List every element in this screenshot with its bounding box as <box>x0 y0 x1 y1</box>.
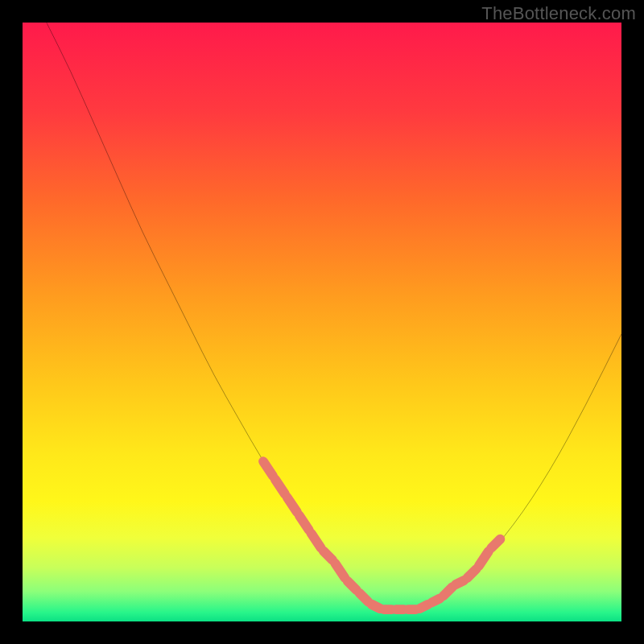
right-rising-highlight-dash <box>444 587 452 596</box>
left-falling-highlight-dash <box>312 534 321 548</box>
left-falling-highlight-dash <box>348 581 357 590</box>
right-rising-highlight-dash <box>456 580 464 584</box>
right-rising-highlight-dash <box>467 569 476 578</box>
left-falling-highlight-dash <box>359 593 368 602</box>
left-falling-highlight-dash <box>335 564 345 578</box>
highlight-group <box>263 461 500 609</box>
left-falling-highlight-dash <box>263 461 273 476</box>
plot-area <box>23 23 621 621</box>
right-rising-highlight-dash <box>479 551 489 566</box>
watermark-text: TheBottleneck.com <box>481 3 636 24</box>
right-rising-highlight-dash <box>491 539 500 548</box>
left-falling-highlight-dash <box>275 480 285 494</box>
right-rising-highlight-dash <box>431 598 440 602</box>
bottom-highlight-dash <box>372 605 380 609</box>
chart-frame: TheBottleneck.com <box>0 0 644 644</box>
left-falling-highlight-dash <box>299 515 309 530</box>
left-falling-highlight-dash <box>324 551 332 560</box>
curve-layer <box>23 23 621 621</box>
bottom-highlight-dash <box>419 605 427 609</box>
left-falling-highlight-dash <box>287 497 297 512</box>
bottleneck-curve <box>47 23 621 609</box>
